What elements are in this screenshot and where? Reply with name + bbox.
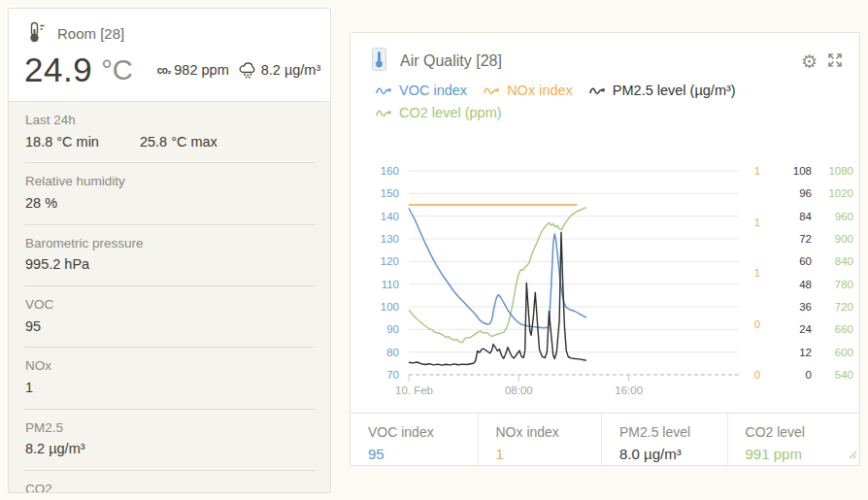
room-row-label: CO2 bbox=[25, 480, 314, 493]
legend-label: PM2.5 level (µg/m³) bbox=[613, 83, 736, 98]
footer-stat-value: 95 bbox=[368, 446, 478, 462]
room-detail-row: Barometric pressure 995.2 hPa bbox=[24, 225, 315, 286]
chart-legend: VOC index NOx index PM2.5 level (µg/m³) … bbox=[351, 75, 859, 120]
co2-axis-label: 720 bbox=[835, 301, 853, 313]
nox-axis-label: 0 bbox=[754, 369, 760, 381]
air-quality-title: Air Quality [28] bbox=[400, 52, 801, 70]
co2-icon: co₂ bbox=[157, 65, 172, 76]
voc-axis-label: 70 bbox=[386, 369, 399, 381]
humidity-drop-icon bbox=[329, 62, 331, 79]
legend-label: NOx index bbox=[507, 83, 573, 98]
footer-stat-cell: CO2 level 991 ppm bbox=[728, 414, 859, 465]
legend-label: CO2 level (ppm) bbox=[399, 105, 502, 120]
room-summary-card: Room [28] 24.9 °C co₂982 ppm8.2 µg/m³28 … bbox=[8, 8, 331, 493]
room-title: Room [28] bbox=[57, 25, 124, 42]
room-header: Room [28] 24.9 °C co₂982 ppm8.2 µg/m³28 … bbox=[9, 9, 330, 102]
room-row-label: Barometric pressure bbox=[25, 234, 314, 253]
temperature-value: 24.9 bbox=[24, 50, 92, 89]
inline-stat: 28 % bbox=[329, 62, 331, 79]
co2-axis-label: 540 bbox=[835, 369, 853, 381]
inline-stat-value: 982 ppm bbox=[174, 62, 228, 78]
room-row-value: 1 bbox=[25, 380, 33, 395]
pm25-axis-label: 108 bbox=[793, 165, 812, 177]
voc-axis-label: 130 bbox=[381, 233, 399, 245]
room-row-value: 995.2 hPa bbox=[25, 256, 89, 272]
voc-axis-label: 120 bbox=[381, 255, 399, 267]
room-row-label: PM2.5 bbox=[25, 418, 314, 438]
air-quality-card: Air Quality [28] ⚙ VOC index N bbox=[350, 32, 860, 466]
air-quality-chart: 10. Feb08:0016:0016015014013012011010090… bbox=[351, 142, 859, 406]
nox-axis-label: 1 bbox=[754, 267, 760, 279]
resize-handle-icon[interactable] bbox=[848, 446, 857, 463]
footer-stat-label: PM2.5 level bbox=[619, 424, 727, 440]
room-row-value2: 25.8 °C max bbox=[140, 134, 217, 150]
voc-axis-label: 100 bbox=[381, 301, 399, 313]
series-pm25 bbox=[409, 232, 586, 365]
legend-label: VOC index bbox=[399, 83, 467, 98]
room-row-value: 95 bbox=[25, 318, 41, 334]
co2-axis-label: 960 bbox=[835, 211, 853, 222]
legend-item[interactable]: PM2.5 level (µg/m³) bbox=[589, 83, 736, 98]
room-row-label: Last 24h bbox=[25, 111, 314, 130]
room-detail-rows: Last 24h 18.8 °C min25.8 °C max Relative… bbox=[9, 102, 330, 493]
room-detail-row: CO2 982 ppm bbox=[24, 471, 315, 493]
footer-stat-value: 8.0 µg/m³ bbox=[619, 446, 727, 462]
room-row-label: VOC bbox=[25, 295, 314, 315]
pm25-axis-label: 0 bbox=[806, 369, 812, 381]
room-row-label: Relative humidity bbox=[25, 172, 314, 191]
co2-axis-label: 1020 bbox=[828, 187, 853, 199]
svg-text:16:00: 16:00 bbox=[615, 384, 643, 396]
legend-item[interactable]: NOx index bbox=[484, 83, 573, 98]
voc-axis-label: 160 bbox=[381, 165, 399, 177]
co2-axis-label: 660 bbox=[835, 323, 853, 335]
footer-stat-value: 991 ppm bbox=[746, 446, 859, 462]
footer-stat-label: NOx index bbox=[496, 424, 602, 440]
pm25-axis-label: 84 bbox=[799, 211, 812, 222]
room-detail-row: PM2.5 8.2 µg/m³ bbox=[24, 410, 315, 471]
legend-item[interactable]: CO2 level (ppm) bbox=[376, 105, 502, 120]
room-detail-row: Relative humidity 28 % bbox=[24, 163, 315, 224]
svg-text:08:00: 08:00 bbox=[505, 384, 533, 396]
voc-axis-label: 150 bbox=[381, 187, 399, 199]
inline-stat: 8.2 µg/m³ bbox=[238, 62, 321, 79]
legend-item[interactable]: VOC index bbox=[376, 83, 467, 98]
footer-stat-label: CO2 level bbox=[746, 424, 859, 440]
room-detail-row: Last 24h 18.8 °C min25.8 °C max bbox=[24, 102, 315, 163]
footer-stat-cell: VOC index 95 bbox=[351, 414, 479, 465]
pm25-axis-label: 12 bbox=[799, 347, 812, 358]
co2-axis-label: 840 bbox=[835, 255, 853, 267]
co2-axis-label: 1080 bbox=[828, 165, 853, 177]
voc-axis-label: 80 bbox=[386, 347, 399, 358]
room-detail-row: VOC 95 bbox=[24, 286, 315, 348]
room-row-value: 8.2 µg/m³ bbox=[25, 441, 85, 456]
pm25-axis-label: 72 bbox=[799, 233, 812, 245]
footer-stat-cell: NOx index 1 bbox=[479, 414, 603, 465]
co2-axis-label: 900 bbox=[835, 233, 853, 245]
room-detail-row: NOx 1 bbox=[24, 348, 315, 409]
inline-stats: co₂982 ppm8.2 µg/m³28 % bbox=[149, 62, 331, 79]
air-thermometer-icon bbox=[372, 48, 386, 75]
co2-axis-label: 780 bbox=[835, 279, 853, 290]
svg-text:10. Feb: 10. Feb bbox=[395, 384, 433, 396]
voc-axis-label: 140 bbox=[381, 211, 399, 222]
nox-axis-label: 0 bbox=[754, 318, 760, 330]
nox-axis-label: 1 bbox=[754, 217, 760, 228]
expand-icon[interactable] bbox=[826, 51, 844, 72]
footer-stat-cell: PM2.5 level 8.0 µg/m³ bbox=[602, 414, 728, 465]
pm25-axis-label: 48 bbox=[799, 279, 812, 290]
pm-cloud-icon bbox=[238, 62, 258, 79]
footer-stat-value: 1 bbox=[496, 446, 602, 462]
temperature-unit: °C bbox=[101, 54, 133, 86]
co2-axis-label: 600 bbox=[835, 347, 853, 358]
room-row-value: 18.8 °C min bbox=[25, 134, 99, 150]
room-row-label: NOx bbox=[25, 356, 314, 376]
nox-axis-label: 1 bbox=[754, 165, 760, 177]
room-row-value: 28 % bbox=[25, 195, 57, 211]
pm25-axis-label: 60 bbox=[799, 255, 812, 267]
voc-axis-label: 110 bbox=[382, 279, 399, 290]
gear-icon[interactable]: ⚙ bbox=[801, 52, 818, 71]
footer-stat-label: VOC index bbox=[368, 424, 478, 440]
pm25-axis-label: 36 bbox=[799, 301, 812, 313]
chart-footer-stats: VOC index 95 NOx index 1 PM2.5 level 8.0… bbox=[351, 413, 859, 465]
pm25-axis-label: 24 bbox=[799, 323, 812, 335]
